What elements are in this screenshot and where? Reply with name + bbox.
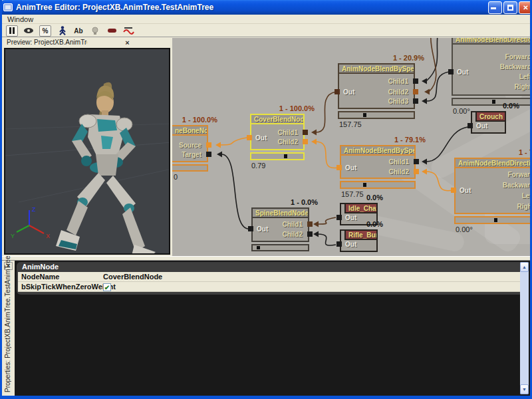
rifle-burst[interactable]: Rifle_BurstOut (340, 229, 378, 252)
anim-node-blend-by-speed-mid-weight-slider[interactable] (340, 181, 416, 189)
anim-node-blend-by-speed-mid-out-connector[interactable] (336, 165, 342, 170)
spine-blend-node-weight-slider[interactable] (251, 244, 309, 251)
preview-viewport[interactable]: Z X Y (4, 48, 170, 255)
anim-node-blend-by-speed-mid-input-child1-connector[interactable] (414, 159, 419, 164)
character-model (56, 82, 156, 255)
bone-node-left-input-source-label: Source (179, 142, 201, 149)
properties-vertical-tab: × Properties: ProjectXB.AnimTree.TestAni… (2, 261, 15, 396)
bone-node-left-input-target-label: Target (182, 151, 201, 158)
anim-node-blend-direction-mid-weight-slider[interactable] (454, 216, 532, 224)
capsule-button[interactable] (106, 25, 118, 37)
anim-node-blend-direction-mid-input-left-label: Left (522, 192, 532, 200)
minimize-button[interactable] (488, 1, 502, 14)
crouch[interactable]: CrouchOut (471, 111, 506, 134)
spine-blend-node-weight-label: 1 - 0.0% (211, 198, 318, 206)
svg-text:X: X (46, 233, 50, 239)
anim-node-blend-direction-top-input-left-label: Left (519, 73, 531, 80)
eye-button[interactable] (23, 25, 35, 37)
spine-blend-node-out-connector[interactable] (248, 226, 253, 231)
maximize-button[interactable] (503, 1, 517, 14)
anim-node-blend-by-speed-top-input-child2-label: Child2 (388, 88, 408, 96)
anim-node-blend-direction-mid-weight-label: 1 - 79.1% (444, 148, 532, 156)
percent-button[interactable]: % (39, 25, 51, 37)
rifle-burst-title: Rifle_Burst (344, 231, 376, 240)
cover-blend-node-input-child2-connector[interactable] (303, 139, 308, 144)
scroll-down-button[interactable]: ▼ (520, 384, 529, 394)
cover-blend-node-input-child1-label: Child1 (277, 129, 298, 136)
cover-blend-node-input-child1-connector[interactable] (303, 130, 308, 135)
person-button[interactable] (56, 25, 68, 37)
bulb-button[interactable] (89, 25, 101, 37)
svg-text:Z: Z (32, 206, 36, 213)
anim-node-blend-direction-mid-input-right-label: Right (517, 203, 532, 210)
anim-node-blend-direction-mid[interactable]: AnimNodeBlendDirectionOutForwardBackward… (454, 158, 532, 214)
bone-node-left-weight-label: 1 - 100.0% (172, 116, 217, 124)
close-button[interactable]: ✕ (519, 1, 532, 14)
idle-chat-out-connector[interactable] (336, 215, 342, 220)
anim-node-blend-by-speed-top-out-connector[interactable] (334, 89, 340, 94)
anim-node-blend-by-speed-top-input-child2-connector[interactable] (413, 89, 418, 94)
anim-node-blend-direction-mid-out-connector[interactable] (451, 188, 456, 193)
anim-node-blend-by-speed-top-out-label: Out (343, 88, 354, 96)
preview-title: Preview: ProjectXB.AnimTree.TestAnimTree (7, 39, 87, 47)
properties-scrollbar[interactable]: ▲ ▼ (520, 262, 529, 394)
bone-node-left-input-target-connector[interactable] (206, 152, 211, 157)
bone-node-left-input-source-connector[interactable] (206, 142, 211, 148)
spine-blend-node[interactable]: SpineBlendNodeOutChild1Child2 (251, 207, 309, 242)
curve-button[interactable] (122, 25, 134, 37)
anim-node-blend-by-speed-top[interactable]: AnimNodeBlendBySpeedOutChild1Child2Child… (338, 63, 415, 109)
rifle-burst-out-label: Out (345, 241, 356, 248)
cover-blend-node-input-child2-label: Child2 (277, 138, 298, 146)
bone-node-left-value: 0 (174, 173, 178, 181)
anim-node-blend-direction-top-input-backward-label: Backward (500, 63, 531, 70)
anim-node-blend-by-speed-mid-input-child1-label: Child1 (388, 158, 409, 166)
crouch-weight-label: 0.0% (413, 102, 519, 110)
anim-node-blend-by-speed-mid[interactable]: AnimNodeBlendBySpeedOutChild1Child2 (340, 145, 416, 179)
spine-blend-node-input-child1-label: Child1 (282, 221, 303, 228)
cover-blend-node-slider-tick (284, 154, 287, 158)
anim-node-blend-by-speed-top-weight-slider[interactable] (338, 111, 415, 119)
scroll-up-button[interactable]: ▲ (520, 262, 529, 272)
rifle-burst-out-connector[interactable] (336, 241, 342, 247)
horizontal-splitter[interactable] (2, 256, 530, 261)
ab-button[interactable]: Ab (72, 25, 84, 37)
anim-node-blend-by-speed-top-input-child1-label: Child1 (388, 78, 408, 85)
anim-node-blend-direction-top-out-connector[interactable] (448, 69, 454, 74)
pause-button[interactable] (6, 25, 18, 37)
toolbar: %Ab (2, 25, 530, 37)
cover-blend-node[interactable]: CoverBlendNodeOutChild1Child2 (250, 114, 305, 150)
anim-node-blend-direction-top-input-forward-label: Forward (505, 53, 531, 61)
anim-node-blend-by-speed-top-weight-label: 1 - 20.9% (318, 54, 424, 62)
bone-node-left-title: neBoneNode (172, 126, 207, 136)
anim-node-blend-by-speed-top-input-child1-connector[interactable] (413, 78, 418, 84)
title-bar[interactable]: AnimTree Editor: ProjectXB.AnimTree.Test… (0, 0, 532, 15)
cover-blend-node-title: CoverBlendNode (251, 115, 303, 124)
property-label: bSkipTickWhenZeroWeight (18, 282, 103, 291)
spine-blend-node-title: SpineBlendNode (253, 209, 308, 218)
bone-node-left-weight-slider[interactable] (172, 164, 208, 172)
bone-node-left[interactable]: neBoneNodeSourceTarget (172, 125, 208, 162)
properties-grid: AnimNode NodeNameCoverBlendNodebSkipTick… (17, 262, 523, 295)
anim-node-blend-direction-mid-input-forward-label: Forward (508, 171, 532, 178)
anim-node-blend-by-speed-top-slider-tick (363, 113, 366, 117)
crouch-out-connector[interactable] (467, 123, 473, 128)
menu-item-window[interactable]: Window (7, 15, 33, 23)
anim-node-blend-direction-top[interactable]: AnimNodeBlendDirectionOutForwardBackward… (452, 38, 532, 96)
anim-node-blend-direction-mid-value: 0.00° (456, 225, 473, 233)
property-row-bSkipTickWhenZeroWeight: bSkipTickWhenZeroWeight✔ (18, 282, 522, 292)
spine-blend-node-out-label: Out (257, 225, 268, 233)
animtree-graph-canvas[interactable]: AnimNodeBlendBySpeedOutChild1Child2Child… (172, 38, 532, 256)
spine-blend-node-input-child2-connector[interactable] (307, 231, 313, 237)
cover-blend-node-out-label: Out (255, 134, 267, 142)
preview-close-icon[interactable]: × (87, 39, 168, 47)
property-checkbox-bSkipTickWhenZeroWeight[interactable]: ✔ (103, 283, 111, 291)
anim-node-blend-by-speed-mid-out-label: Out (345, 164, 356, 172)
spine-blend-node-input-child1-connector[interactable] (307, 221, 313, 227)
property-value[interactable]: CoverBlendNode (103, 272, 522, 281)
anim-node-blend-by-speed-mid-title: AnimNodeBlendBySpeed (341, 146, 414, 156)
cover-blend-node-weight-slider[interactable] (250, 152, 305, 160)
anim-node-blend-by-speed-mid-input-child2-connector[interactable] (414, 169, 419, 174)
cover-blend-node-out-connector[interactable] (247, 135, 252, 140)
anim-node-blend-by-speed-mid-slider-tick (363, 183, 366, 187)
properties-vertical-title: Properties: ProjectXB.AnimTree.TestAnimT… (4, 271, 11, 392)
